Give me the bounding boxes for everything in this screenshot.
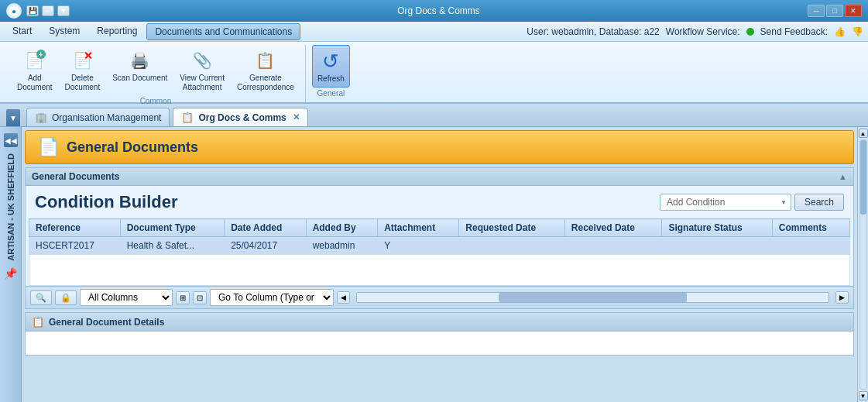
cell-attachment: Y bbox=[378, 237, 459, 255]
tab-org-docs-label: Org Docs & Comms bbox=[198, 112, 286, 123]
header-banner-icon: 📄 bbox=[38, 137, 59, 157]
col-requested-date: Requested Date bbox=[459, 219, 565, 237]
sidebar-collapse-arrow[interactable]: ◀◀ bbox=[4, 133, 18, 147]
sidebar-pin-icon[interactable]: 📌 bbox=[4, 267, 17, 280]
cell-added-by: webadmin bbox=[306, 237, 378, 255]
feedback-label: Send Feedback: bbox=[760, 26, 828, 37]
ribbon-buttons-general: ↺ Refresh bbox=[312, 45, 350, 88]
sidebar-vertical-text: ARTISAN - UK SHEFFIELD bbox=[6, 153, 15, 261]
col-nav-left[interactable]: ⊞ bbox=[176, 291, 190, 304]
cell-document-type: Health & Safet... bbox=[120, 237, 225, 255]
vscroll-track[interactable] bbox=[859, 139, 867, 390]
quick-save-icon[interactable]: 💾 bbox=[26, 5, 39, 16]
search-button[interactable]: Search bbox=[794, 194, 844, 211]
cell-received-date bbox=[564, 237, 662, 255]
vscroll-thumb[interactable] bbox=[860, 140, 866, 215]
ribbon-group-general: ↺ Refresh General bbox=[306, 45, 356, 102]
bottom-section-content bbox=[26, 332, 853, 355]
hscroll-right-arrow[interactable]: ▶ bbox=[835, 291, 849, 304]
refresh-label: Refresh bbox=[317, 74, 345, 84]
col-date-added: Date Added bbox=[225, 219, 306, 237]
app-icon: ● bbox=[6, 3, 22, 19]
generate-correspondence-button[interactable]: 📋 GenerateCorrespondence bbox=[232, 45, 299, 95]
tabs-row: ▼ 🏢 Organisation Management 📋 Org Docs &… bbox=[0, 104, 868, 127]
documents-table-container: Reference Document Type Date Added Added… bbox=[29, 218, 850, 286]
col-received-date: Received Date bbox=[564, 219, 662, 237]
toolbar-lock-button[interactable]: 🔒 bbox=[55, 290, 77, 305]
generate-correspondence-label: GenerateCorrespondence bbox=[237, 74, 294, 92]
titlebar-left: ● 💾 ← ▼ bbox=[6, 3, 70, 19]
cell-reference: HSCERT2017 bbox=[29, 237, 121, 255]
cell-comments bbox=[772, 237, 849, 255]
menu-documents-communications[interactable]: Documents and Communications bbox=[146, 23, 300, 40]
ribbon: 📄 + AddDocument 📄 ✕ DeleteDocument 🖨️ Sc… bbox=[0, 42, 868, 104]
refresh-button[interactable]: ↺ Refresh bbox=[312, 45, 350, 88]
col-added-by: Added By bbox=[306, 219, 378, 237]
cell-signature-status bbox=[662, 237, 772, 255]
vscroll-up-button[interactable]: ▲ bbox=[859, 129, 868, 138]
tab-org-mgmt-label: Organisation Management bbox=[52, 112, 161, 123]
section-title: General Documents bbox=[32, 171, 119, 182]
bottom-section-icon: 📋 bbox=[32, 316, 44, 328]
scan-document-label: Scan Document bbox=[112, 74, 167, 83]
menu-reporting[interactable]: Reporting bbox=[89, 23, 145, 40]
quick-dropdown-icon[interactable]: ▼ bbox=[57, 5, 70, 16]
feedback-thumbup[interactable]: 👍 bbox=[834, 26, 846, 37]
window-title: Org Docs & Comms bbox=[397, 5, 480, 16]
ribbon-group-common: 📄 + AddDocument 📄 ✕ DeleteDocument 🖨️ Sc… bbox=[6, 45, 306, 102]
column-select[interactable]: All Columns bbox=[80, 289, 173, 306]
view-attachment-icon: 📎 bbox=[190, 48, 214, 73]
goto-column-select[interactable]: Go To Column (Type or Select) bbox=[210, 289, 334, 306]
menubar: Start System Reporting Documents and Com… bbox=[0, 22, 868, 42]
delete-document-label: DeleteDocument bbox=[65, 74, 101, 92]
vscroll-down-button[interactable]: ▼ bbox=[859, 391, 868, 400]
feedback-thumbdown[interactable]: 👎 bbox=[852, 26, 863, 37]
horizontal-scrollbar[interactable] bbox=[356, 292, 829, 303]
menu-system[interactable]: System bbox=[41, 23, 87, 40]
bottom-section-header: 📋 General Document Details bbox=[26, 313, 853, 332]
general-documents-section: General Documents ▲ Condition Builder Ad… bbox=[25, 167, 854, 309]
bottom-section-title: General Document Details bbox=[49, 317, 164, 328]
menu-items: Start System Reporting Documents and Com… bbox=[5, 23, 300, 40]
add-document-button[interactable]: 📄 + AddDocument bbox=[12, 45, 57, 95]
add-document-icon: 📄 + bbox=[22, 48, 47, 73]
menubar-right: User: webadmin, Database: a22 Workflow S… bbox=[527, 26, 863, 37]
cell-date-added: 25/04/2017 bbox=[225, 237, 306, 255]
col-nav-right[interactable]: ⊡ bbox=[193, 291, 207, 304]
col-attachment: Attachment bbox=[378, 219, 459, 237]
documents-table: Reference Document Type Date Added Added… bbox=[29, 218, 850, 286]
quick-back-icon[interactable]: ← bbox=[42, 5, 54, 16]
delete-document-icon: 📄 ✕ bbox=[70, 48, 94, 73]
section-collapse-button[interactable]: ▲ bbox=[839, 172, 847, 181]
workflow-status-dot bbox=[746, 28, 754, 36]
view-attachment-button[interactable]: 📎 View CurrentAttachment bbox=[175, 45, 229, 95]
scan-document-button[interactable]: 🖨️ Scan Document bbox=[108, 45, 172, 86]
cell-requested-date bbox=[459, 237, 565, 255]
quick-access-toolbar: 💾 ← ▼ bbox=[26, 5, 70, 16]
condition-builder: Condition Builder Add Condition Search bbox=[26, 186, 853, 218]
col-comments: Comments bbox=[772, 219, 849, 237]
tab-close-button[interactable]: ✕ bbox=[293, 112, 300, 122]
bottom-section: 📋 General Document Details bbox=[25, 312, 854, 356]
table-row[interactable]: HSCERT2017 Health & Safet... 25/04/2017 … bbox=[29, 237, 850, 255]
section-header: General Documents ▲ bbox=[26, 168, 853, 186]
hscroll-thumb[interactable] bbox=[499, 293, 688, 302]
add-condition-select[interactable]: Add Condition bbox=[660, 194, 791, 211]
tab-org-docs-comms[interactable]: 📋 Org Docs & Comms ✕ bbox=[173, 108, 307, 126]
hscroll-left-arrow[interactable]: ◀ bbox=[337, 291, 350, 304]
maximize-button[interactable]: □ bbox=[826, 5, 843, 17]
tab-org-mgmt-icon: 🏢 bbox=[35, 112, 47, 123]
refresh-icon: ↺ bbox=[318, 49, 343, 74]
tab-scroll-arrow[interactable]: ▼ bbox=[6, 109, 20, 126]
right-scrollbar: ▲ ▼ bbox=[857, 127, 868, 402]
add-condition-wrapper: Add Condition bbox=[660, 194, 791, 211]
menu-start[interactable]: Start bbox=[5, 23, 39, 40]
ribbon-group-common-label: Common bbox=[140, 97, 172, 105]
close-button[interactable]: ✕ bbox=[845, 5, 862, 17]
minimize-button[interactable]: ─ bbox=[808, 5, 825, 17]
left-sidebar: ◀◀ ARTISAN - UK SHEFFIELD 📌 bbox=[0, 127, 22, 402]
delete-document-button[interactable]: 📄 ✕ DeleteDocument bbox=[60, 45, 105, 95]
col-document-type: Document Type bbox=[120, 219, 225, 237]
tab-organisation-management[interactable]: 🏢 Organisation Management bbox=[26, 108, 170, 126]
toolbar-filter-button[interactable]: 🔍 bbox=[30, 290, 52, 305]
